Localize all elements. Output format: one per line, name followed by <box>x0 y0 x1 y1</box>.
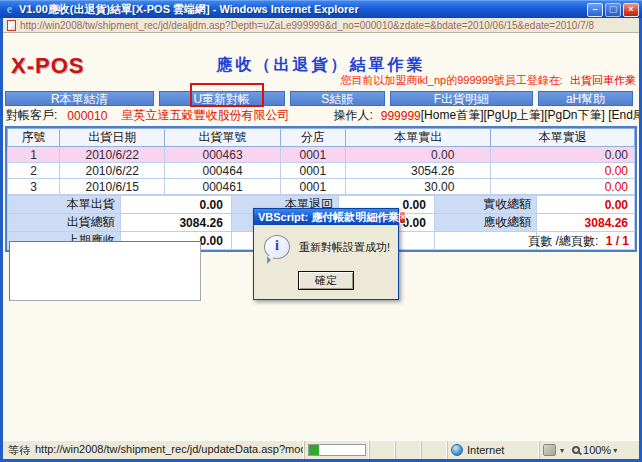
status-message: 等待 http://win2008/tw/shipment_rec/jd/upd… <box>3 443 304 458</box>
ok-button[interactable]: 確定 <box>298 271 354 290</box>
dialog-body: 重新對帳設置成功! <box>254 225 398 261</box>
page-title: 應收（出退貨）結單作業 <box>3 33 639 76</box>
login-notice-text: 您目前以加盟商ikl_np的999999號員工登錄在: <box>340 74 563 86</box>
pagination-label: 頁數 /總頁數: <box>528 234 598 248</box>
magnifier-icon[interactable] <box>572 446 580 454</box>
close-button[interactable]: × <box>623 3 639 17</box>
recheck-account-button[interactable]: U重新對帳 <box>159 91 285 106</box>
status-url: http://win2008/tw/shipment_rec/jd/update… <box>35 443 304 458</box>
checkout-button[interactable]: S結賬 <box>290 91 385 106</box>
operator-label: 操作人: <box>333 107 372 124</box>
status-bar: 等待 http://win2008/tw/shipment_rec/jd/upd… <box>3 440 639 459</box>
status-panel-empty <box>421 441 447 459</box>
maximize-button[interactable]: ▢ <box>605 3 621 17</box>
table-row[interactable]: 2 2010/6/22 000464 0001 3054.26 0.00 <box>8 163 635 179</box>
page-header: X-POS 應收（出退貨）結單作業 您目前以加盟商ikl_np的999999號員… <box>3 33 639 89</box>
customer-label: 對帳客戶: <box>6 107 57 124</box>
login-area-text: 出貨回車作業 <box>570 74 636 86</box>
chevron-down-icon[interactable]: ▾ <box>613 446 617 455</box>
zoom-level[interactable]: 100% <box>583 444 611 456</box>
chevron-down-icon[interactable]: ▾ <box>560 446 564 455</box>
customer-name: 皇英立達五穀豐收股份有限公司 <box>121 107 289 124</box>
window-controls: – ▢ × <box>587 3 639 17</box>
help-button[interactable]: aH幫助 <box>538 91 633 106</box>
address-url: http://win2008/tw/shipment_rec/jd/dealjd… <box>20 20 594 31</box>
dialog-close-icon[interactable]: × <box>399 211 406 224</box>
page-icon <box>7 20 16 31</box>
account-info-row: 對帳客戶: 000010 皇英立達五穀豐收股份有限公司 操作人: 999999 … <box>6 107 636 124</box>
status-panel-empty <box>395 441 421 459</box>
col-date: 出貨日期 <box>60 129 165 147</box>
dialog-message: 重新對帳設置成功! <box>299 235 390 255</box>
progress-bar <box>308 444 366 456</box>
table-row[interactable]: 1 2010/6/22 000463 0001 0.00 0.00 <box>8 147 635 163</box>
operator-code: 999999 <box>381 109 421 123</box>
nav-keys-hint: [Home首筆][PgUp上筆][PgDn下筆] [End尾筆] <box>421 107 639 124</box>
dialog-title: VBScript: 應付帳款明細作業 <box>258 210 399 225</box>
col-branch: 分店 <box>280 129 345 147</box>
dialog-titlebar[interactable]: VBScript: 應付帳款明細作業 × <box>254 209 398 225</box>
col-out: 本單實出 <box>345 129 490 147</box>
col-order-no: 出貨單號 <box>165 129 280 147</box>
progress-panel <box>304 441 369 459</box>
shipment-table: 序號 出貨日期 出貨單號 分店 本單實出 本單實退 1 2010/6/22 00… <box>7 128 635 195</box>
ie-logo-icon: e <box>3 3 16 16</box>
window-title: V1.00應收(出退貨)結單[X-POS 雲端網] - Windows Inte… <box>19 2 584 17</box>
window-frame: http://win2008/tw/shipment_rec/jd/dealjd… <box>0 18 642 462</box>
zone-panel: Internet <box>447 441 539 459</box>
message-listbox[interactable] <box>9 241 201 301</box>
shipment-detail-button[interactable]: F出貨明細 <box>390 91 533 106</box>
pagination-value: 1 / 1 <box>606 234 629 248</box>
window-titlebar[interactable]: e V1.00應收(出退貨)結單[X-POS 雲端網] - Windows In… <box>0 0 642 18</box>
minimize-button[interactable]: – <box>587 3 603 17</box>
dialog-button-row: 確定 <box>254 261 398 299</box>
col-seq: 序號 <box>8 129 60 147</box>
status-state: 等待 <box>8 443 30 458</box>
xpos-logo: X-POS <box>11 53 84 79</box>
zone-label: Internet <box>467 444 504 456</box>
login-notice: 您目前以加盟商ikl_np的999999號員工登錄在: 出貨回車作業 <box>340 73 636 88</box>
pagination-info: 頁數 /總頁數: 1 / 1 <box>528 233 629 250</box>
internet-globe-icon <box>451 444 463 456</box>
progress-fill <box>309 445 319 455</box>
info-icon <box>264 235 290 259</box>
settle-button[interactable]: R本單結清 <box>5 91 154 106</box>
status-panel-empty <box>369 441 395 459</box>
address-bar: http://win2008/tw/shipment_rec/jd/dealjd… <box>3 18 639 33</box>
protected-mode-icon[interactable] <box>543 444 556 456</box>
vbscript-dialog: VBScript: 應付帳款明細作業 × 重新對帳設置成功! 確定 <box>253 208 399 300</box>
zoom-panel: ▾ 100% ▾ <box>539 441 639 459</box>
function-toolbar: R本單結清 U重新對帳 S結賬 F出貨明細 aH幫助 <box>5 91 637 106</box>
table-row[interactable]: 3 2010/6/15 000461 0001 30.00 0.00 <box>8 179 635 195</box>
col-ret: 本單實退 <box>491 129 635 147</box>
table-header-row: 序號 出貨日期 出貨單號 分店 本單實出 本單實退 <box>8 129 635 147</box>
browser-window: e V1.00應收(出退貨)結單[X-POS 雲端網] - Windows In… <box>0 0 642 462</box>
customer-code: 000010 <box>67 109 107 123</box>
page-content: X-POS 應收（出退貨）結單作業 您目前以加盟商ikl_np的999999號員… <box>3 33 639 440</box>
